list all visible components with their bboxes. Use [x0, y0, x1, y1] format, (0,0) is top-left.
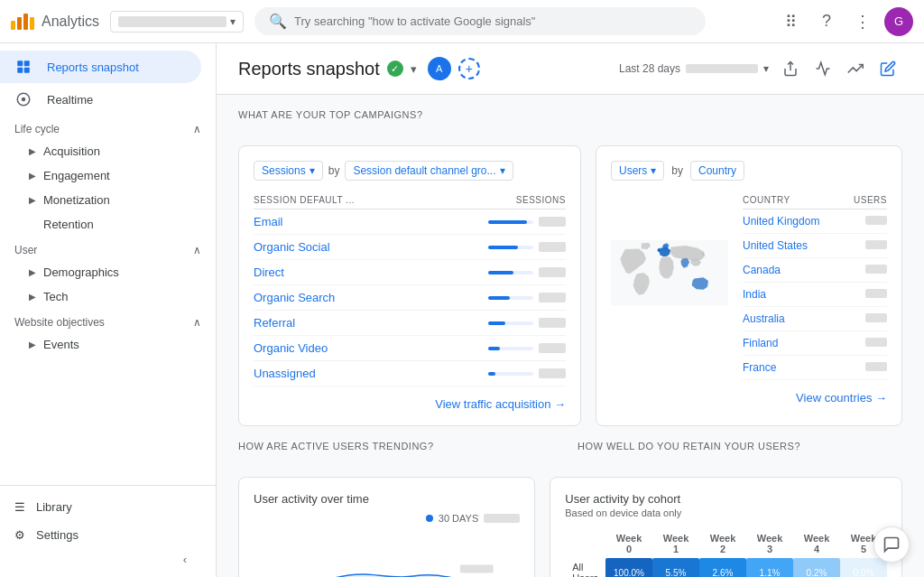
sessions-label: Sessions — [262, 164, 306, 177]
website-objectives-label: Website objectives — [14, 316, 105, 329]
channel-cell[interactable]: Unassigned — [254, 361, 430, 386]
week2-header: Week 2 — [699, 529, 746, 558]
country-cell[interactable]: India — [743, 283, 844, 307]
channel-group-dropdown[interactable]: Session default channel gro... ▾ — [345, 161, 513, 181]
svg-rect-0 — [17, 60, 23, 66]
user-section-label: User — [14, 244, 37, 256]
chart-title: User activity over time — [254, 492, 520, 506]
sidebar-item-events[interactable]: ▶ Events — [0, 332, 216, 357]
users-dropdown[interactable]: Users ▾ — [611, 161, 664, 181]
expand-icon: ▶ — [29, 171, 36, 181]
table-row[interactable]: Unassigned — [254, 361, 566, 386]
country-cell[interactable]: United States — [743, 234, 844, 258]
user-comparison-badge[interactable]: A — [428, 57, 451, 80]
chevron-down-icon: ▾ — [230, 15, 236, 28]
country-cell[interactable]: United Kingdom — [743, 209, 844, 234]
table-row[interactable]: Organic Search — [254, 285, 566, 311]
sessions-dropdown[interactable]: Sessions ▾ — [254, 161, 323, 181]
legend-label: 30 DAYS — [439, 513, 478, 524]
view-traffic-link[interactable]: View traffic acquisition → — [254, 397, 566, 411]
view-countries-link[interactable]: View countries → — [611, 391, 887, 405]
share-button[interactable] — [776, 54, 805, 83]
expand-icon: ▶ — [29, 195, 36, 205]
table-row[interactable]: Finland — [743, 331, 887, 356]
apps-icon[interactable]: ⠿ — [776, 7, 805, 36]
table-row[interactable]: Canada — [743, 258, 887, 283]
lifecycle-collapse-icon[interactable]: ∧ — [193, 123, 201, 135]
sidebar-item-settings[interactable]: ⚙ Settings — [14, 521, 201, 549]
avatar[interactable]: G — [884, 7, 913, 36]
sidebar-item-demographics[interactable]: ▶ Demographics — [0, 260, 216, 284]
account-selector[interactable]: ▾ — [110, 11, 244, 33]
svg-rect-2 — [17, 68, 23, 73]
svg-point-5 — [22, 98, 26, 102]
sidebar-item-acquisition[interactable]: ▶ Acquisition — [0, 139, 216, 163]
search-input[interactable] — [294, 14, 691, 28]
bottom-section-titles: HOW ARE ACTIVE USERS TRENDING? HOW WELL … — [238, 441, 902, 462]
table-row[interactable]: France — [743, 356, 887, 380]
table-row[interactable]: Australia — [743, 307, 887, 331]
legend-value — [484, 514, 520, 523]
country-cell[interactable]: Canada — [743, 258, 844, 283]
week1-header: Week 1 — [652, 529, 699, 558]
sidebar-item-realtime[interactable]: Realtime — [0, 83, 201, 116]
cohort-cell: 5.5% — [652, 558, 699, 577]
sidebar-item-retention[interactable]: Retention — [0, 212, 216, 237]
sidebar-section-lifecycle: Life cycle ∧ — [0, 116, 216, 139]
date-chevron-icon[interactable]: ▾ — [763, 62, 769, 75]
sidebar-item-engagement[interactable]: ▶ Engagement — [0, 163, 216, 188]
map-controls: Users ▾ by Country — [611, 161, 887, 181]
date-range-label: Last 28 days — [619, 62, 680, 75]
channel-cell[interactable]: Organic Social — [254, 235, 430, 260]
website-objectives-collapse-icon[interactable]: ∧ — [193, 316, 201, 329]
edit-button[interactable] — [873, 54, 902, 83]
sidebar-collapse-button[interactable]: ‹ — [14, 549, 201, 570]
channel-cell[interactable]: Organic Video — [254, 336, 430, 361]
cohort-cell: 1.1% — [746, 558, 793, 577]
sessions-cell — [430, 235, 566, 260]
date-range: Last 28 days ▾ — [619, 62, 769, 75]
header-actions — [776, 54, 902, 83]
country-dropdown[interactable]: Country — [690, 161, 744, 181]
table-row[interactable]: Referral — [254, 311, 566, 336]
table-row[interactable]: Organic Video — [254, 336, 566, 361]
sidebar-nav: Reports snapshot Realtime Life cycle ∧ ▶… — [0, 43, 216, 485]
channel-cell[interactable]: Email — [254, 209, 430, 235]
table-row[interactable]: Direct — [254, 260, 566, 285]
export-button[interactable] — [808, 54, 837, 83]
user-collapse-icon[interactable]: ∧ — [193, 244, 201, 256]
add-comparison-button[interactable]: + — [458, 58, 480, 79]
table-row[interactable]: Email — [254, 209, 566, 235]
sidebar-item-tech[interactable]: ▶ Tech — [0, 284, 216, 309]
channel-cell[interactable]: Referral — [254, 311, 430, 336]
country-cell[interactable]: Finland — [743, 331, 844, 356]
channel-cell[interactable]: Organic Search — [254, 285, 430, 311]
sidebar-section-website-objectives: Website objectives ∧ — [0, 309, 216, 332]
insights-button[interactable] — [841, 54, 870, 83]
search-bar[interactable]: 🔍 — [254, 7, 706, 35]
table-row[interactable]: Organic Social — [254, 235, 566, 260]
main: Reports snapshot ✓ ▾ A + Last 28 days ▾ — [217, 43, 924, 577]
compare-dropdown[interactable]: ▾ — [407, 59, 420, 79]
help-icon[interactable]: ? — [812, 7, 841, 36]
more-icon[interactable]: ⋮ — [848, 7, 877, 36]
sidebar-item-reports-snapshot[interactable]: Reports snapshot — [0, 51, 201, 83]
campaigns-section-title: WHAT ARE YOUR TOP CAMPAIGNS? — [238, 109, 902, 120]
sidebar-item-monetization[interactable]: ▶ Monetization — [0, 188, 216, 212]
trending-section-title: HOW ARE ACTIVE USERS TRENDING? — [238, 441, 563, 451]
library-label: Library — [36, 500, 72, 514]
sidebar-item-library[interactable]: ☰ Library — [14, 493, 201, 521]
chevron-down-icon: ▾ — [500, 164, 505, 177]
chat-button[interactable] — [873, 526, 910, 563]
table-row[interactable]: United Kingdom — [743, 209, 887, 234]
col-channel-header: SESSION DEFAULT ... — [254, 191, 430, 209]
country-cell[interactable]: Australia — [743, 307, 844, 331]
header-right: Last 28 days ▾ — [619, 54, 902, 83]
table-row[interactable]: United States — [743, 234, 887, 258]
channel-cell[interactable]: Direct — [254, 260, 430, 285]
country-cell[interactable]: France — [743, 356, 844, 380]
layout: Reports snapshot Realtime Life cycle ∧ ▶… — [0, 0, 924, 577]
chevron-down-icon: ▾ — [310, 164, 315, 177]
control-sep: by — [328, 164, 340, 177]
table-row[interactable]: India — [743, 283, 887, 307]
